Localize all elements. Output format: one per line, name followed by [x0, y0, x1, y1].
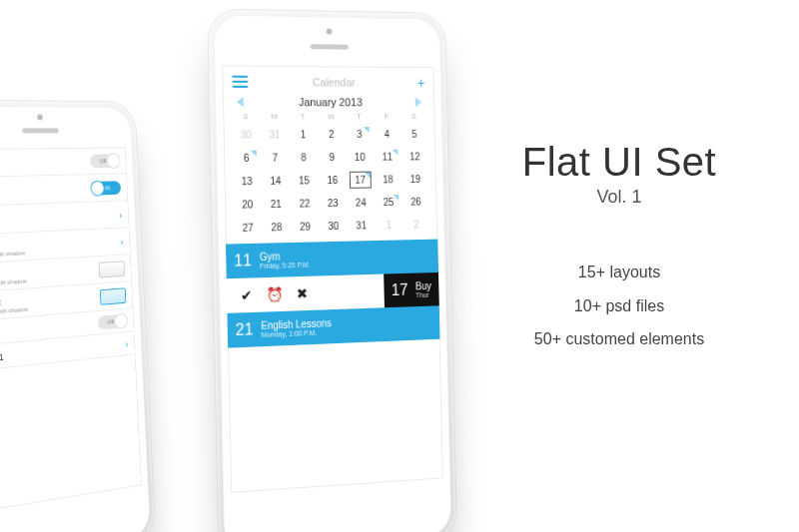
prev-month-button[interactable] [237, 97, 244, 107]
promo-panel: Flat UI Set Vol. 1 15+ layouts 10+ psd f… [469, 140, 769, 356]
phone-camera-icon [327, 28, 333, 34]
event-day: 17 [384, 280, 415, 299]
calendar-day[interactable]: 9 [318, 146, 347, 169]
clock-icon[interactable]: ⏰ [266, 286, 283, 303]
menu-icon[interactable] [232, 76, 248, 88]
calendar-day[interactable]: 30 [231, 123, 260, 146]
weekday-label: F [373, 110, 400, 123]
weekday-label: T [289, 110, 318, 123]
settings-screen: Title 11borderOFFTitle 11.1borderONTitle… [0, 147, 142, 514]
promo-title: Flat UI Set [469, 140, 769, 185]
keyboard-icon[interactable] [99, 261, 126, 277]
settings-list: Title 11borderOFFTitle 11.1borderONTitle… [0, 147, 136, 372]
calendar-day[interactable]: 10 [346, 146, 374, 169]
event-subtitle: Thur [415, 291, 431, 298]
calendar-screen: Calendar + January 2013 SMTWTFS 30311234… [222, 65, 442, 492]
calendar-day[interactable]: 27 [233, 216, 262, 240]
toggle-switch[interactable]: OFF [90, 154, 120, 168]
weekday-label: S [400, 110, 428, 123]
calendar-day[interactable]: 28 [262, 216, 291, 240]
settings-row-title: Title 13.1 [0, 339, 129, 365]
chevron-right-icon: › [125, 338, 128, 349]
event-day: 11 [226, 252, 260, 270]
calendar-day[interactable]: 2 [317, 123, 346, 146]
add-event-button[interactable]: + [417, 75, 425, 91]
promo-subtitle: Vol. 1 [469, 187, 769, 208]
calendar-day[interactable]: 19 [401, 168, 429, 191]
event-row[interactable]: 21English LessonsMonday, 1:00 P.M. [227, 305, 439, 347]
calendar-weekday-header: SMTWTFS [223, 110, 434, 123]
calendar-day[interactable]: 30 [319, 215, 348, 239]
month-label: January 2013 [299, 96, 363, 108]
keyboard-icon[interactable] [100, 287, 126, 305]
next-month-button[interactable] [415, 97, 422, 107]
calendar-day[interactable]: 24 [347, 191, 375, 214]
calendar-day[interactable]: 7 [261, 146, 290, 169]
calendar-day[interactable]: 25 [375, 191, 402, 214]
chevron-right-icon: › [120, 236, 123, 247]
calendar-day[interactable]: 21 [262, 193, 291, 217]
phone-speaker-icon [22, 128, 59, 133]
screen-title: Calendar [313, 76, 356, 88]
promo-feature: 15+ layouts [469, 256, 769, 289]
calendar-grid: 3031123456789101112131415161718192021222… [223, 123, 437, 240]
phone-mockup-stage: Title 11borderOFFTitle 11.1borderONTitle… [0, 0, 459, 532]
x-icon[interactable]: ✖ [297, 285, 309, 301]
check-icon[interactable]: ✔ [241, 287, 253, 304]
toggle-switch[interactable]: OFF [98, 313, 128, 329]
toggle-switch[interactable]: ON [91, 181, 121, 195]
calendar-day[interactable]: 4 [373, 123, 400, 146]
calendar-day[interactable]: 20 [233, 193, 262, 217]
settings-row[interactable]: Title 11borderOFF [0, 147, 127, 178]
promo-features: 15+ layouts 10+ psd files 50+ customed e… [469, 256, 769, 356]
phone-camera-icon [37, 114, 43, 120]
calendar-day[interactable]: 3 [346, 123, 374, 146]
calendar-day[interactable]: 5 [400, 123, 428, 146]
chevron-right-icon: › [119, 209, 122, 220]
weekday-label: T [345, 110, 373, 123]
phone-mockup-settings: Title 11borderOFFTitle 11.1borderONTitle… [0, 99, 156, 532]
event-title: Buy [415, 280, 431, 291]
phone-mockup-calendar: Calendar + January 2013 SMTWTFS 30311234… [207, 8, 457, 532]
calendar-day[interactable]: 1 [375, 214, 402, 237]
calendar-day[interactable]: 22 [291, 192, 320, 216]
event-subtitle: Monday, 1:00 P.M. [261, 328, 332, 338]
calendar-day[interactable]: 17 [347, 169, 375, 192]
calendar-day[interactable]: 31 [348, 214, 376, 237]
calendar-day[interactable]: 31 [260, 123, 289, 146]
calendar-day[interactable]: 26 [401, 191, 429, 214]
calendar-day[interactable]: 8 [290, 146, 319, 169]
calendar-day[interactable]: 13 [232, 170, 261, 194]
calendar-day[interactable]: 18 [374, 168, 401, 191]
promo-feature: 50+ customed elements [469, 322, 769, 356]
event-subtitle: Friday, 5:25 P.M. [260, 262, 311, 269]
weekday-label: M [260, 110, 289, 123]
calendar-day[interactable]: 16 [318, 169, 347, 192]
phone-speaker-icon [311, 44, 349, 49]
calendar-day[interactable]: 12 [400, 146, 428, 169]
calendar-day[interactable]: 29 [291, 215, 320, 239]
calendar-day[interactable]: 15 [290, 169, 319, 192]
calendar-day[interactable]: 6 [232, 147, 261, 171]
event-list: 11GymFriday, 5:25 P.M.✔⏰✖17BuyThur21Engl… [226, 240, 440, 348]
calendar-day[interactable]: 11 [374, 146, 401, 169]
calendar-day[interactable]: 1 [289, 123, 318, 146]
calendar-day[interactable]: 14 [261, 170, 290, 194]
weekday-label: W [317, 110, 345, 123]
event-day: 21 [228, 320, 262, 340]
weekday-label: S [231, 110, 260, 123]
promo-feature: 10+ psd files [469, 289, 769, 323]
calendar-day[interactable]: 2 [402, 213, 430, 236]
calendar-day[interactable]: 23 [319, 192, 348, 215]
